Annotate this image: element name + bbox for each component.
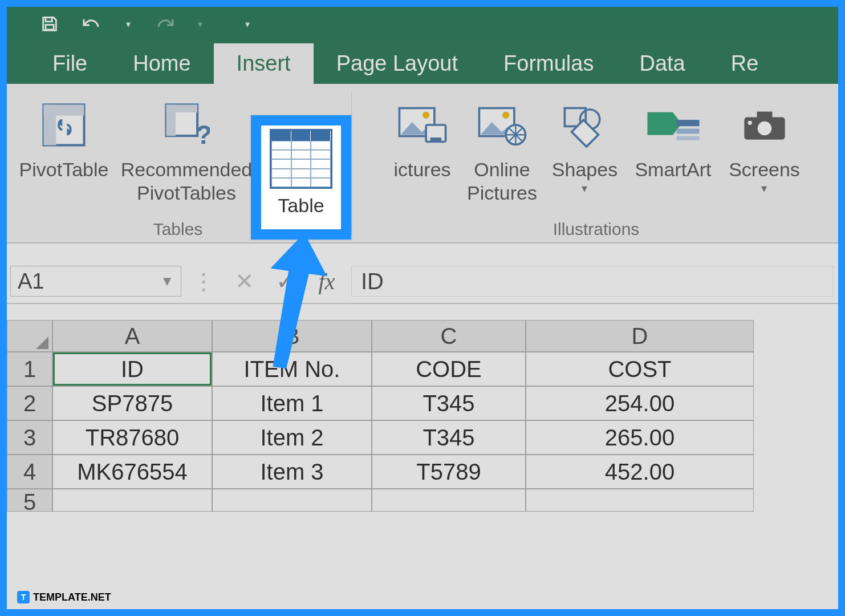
table-highlight-label: Table bbox=[278, 194, 324, 217]
redo-dropdown-icon[interactable]: ▾ bbox=[196, 13, 205, 35]
svg-point-24 bbox=[757, 121, 771, 136]
pivottable-icon bbox=[35, 96, 92, 153]
quick-access-toolbar: ▾ ▾ ▾ bbox=[7, 7, 838, 41]
undo-dropdown-icon[interactable]: ▾ bbox=[124, 13, 133, 35]
svg-rect-4 bbox=[43, 104, 84, 115]
row-header-1[interactable]: 1 bbox=[7, 352, 52, 386]
col-header-D[interactable]: D bbox=[526, 320, 754, 352]
cell-A4[interactable]: MK676554 bbox=[52, 455, 212, 489]
tab-review-partial[interactable]: Re bbox=[708, 43, 782, 84]
save-icon[interactable] bbox=[38, 13, 61, 35]
tab-page-layout[interactable]: Page Layout bbox=[314, 43, 481, 84]
cell-D2[interactable]: 254.00 bbox=[526, 386, 754, 420]
pivottable-label: PivotTable bbox=[19, 158, 109, 181]
svg-rect-18 bbox=[571, 120, 598, 147]
cell-B4[interactable]: Item 3 bbox=[212, 455, 372, 489]
template-t-icon: T bbox=[17, 591, 30, 603]
camera-icon bbox=[736, 96, 793, 153]
svg-rect-12 bbox=[430, 137, 441, 141]
row-header-4[interactable]: 4 bbox=[7, 455, 52, 489]
screenshot-button[interactable]: Screens ▾ bbox=[722, 94, 807, 197]
cell-A1[interactable]: ID bbox=[52, 352, 212, 386]
cell-C3[interactable]: T345 bbox=[372, 420, 526, 455]
cell-C4[interactable]: T5789 bbox=[372, 455, 526, 489]
row-header-3[interactable]: 3 bbox=[7, 420, 52, 455]
recommended-pivottables-button[interactable]: ? Recommended PivotTables bbox=[112, 94, 261, 207]
qat-customize-icon[interactable]: ▾ bbox=[236, 13, 259, 35]
screenshot-dropdown-icon[interactable]: ▾ bbox=[729, 181, 800, 195]
shapes-button[interactable]: Shapes ▾ bbox=[545, 94, 625, 197]
svg-point-25 bbox=[748, 121, 751, 125]
smartart-icon bbox=[645, 96, 702, 153]
svg-point-10 bbox=[422, 112, 429, 119]
ribbon-separator bbox=[351, 91, 352, 236]
pictures-button[interactable]: ictures bbox=[385, 94, 460, 184]
svg-rect-23 bbox=[757, 112, 772, 119]
svg-rect-21 bbox=[676, 136, 699, 140]
cell-D1[interactable]: COST bbox=[526, 352, 754, 386]
cell-D3[interactable]: 265.00 bbox=[526, 420, 754, 455]
pictures-icon bbox=[394, 96, 451, 153]
redo-icon[interactable] bbox=[153, 13, 176, 35]
cell-B1[interactable]: ITEM No. bbox=[212, 352, 372, 386]
fb-enter-icon[interactable]: ✓ bbox=[271, 267, 300, 295]
row-header-5[interactable]: 5 bbox=[7, 489, 52, 512]
recommended-pivottables-label: Recommended PivotTables bbox=[121, 158, 253, 205]
pivottable-button[interactable]: PivotTable bbox=[15, 94, 112, 184]
cell-D4[interactable]: 452.00 bbox=[526, 455, 754, 489]
smartart-label: SmartArt bbox=[635, 158, 711, 181]
shapes-icon bbox=[556, 96, 614, 153]
cell-C1[interactable]: CODE bbox=[372, 352, 526, 386]
watermark: T TEMPLATE.NET bbox=[17, 591, 111, 603]
formula-bar: A1 ▼ ⋮ ✕ ✓ fx ID bbox=[7, 260, 838, 304]
cell-C5[interactable] bbox=[372, 489, 526, 512]
smartart-button[interactable]: SmartArt bbox=[625, 94, 722, 184]
table-row: 2 SP7875 Item 1 T345 254.00 bbox=[7, 386, 838, 420]
cell-A3[interactable]: TR87680 bbox=[52, 420, 212, 455]
name-box[interactable]: A1 ▼ bbox=[10, 266, 181, 297]
recommended-pivottables-icon: ? bbox=[158, 96, 215, 153]
shapes-dropdown-icon[interactable]: ▾ bbox=[552, 181, 618, 195]
svg-rect-19 bbox=[676, 120, 699, 126]
online-pictures-icon bbox=[474, 96, 531, 153]
cell-A2[interactable]: SP7875 bbox=[52, 386, 212, 420]
tab-file[interactable]: File bbox=[30, 43, 110, 84]
row-header-2[interactable]: 2 bbox=[7, 386, 52, 420]
cell-B2[interactable]: Item 1 bbox=[212, 386, 372, 420]
spreadsheet-grid: A B C D 1 ID ITEM No. CODE COST 2 SP7875… bbox=[7, 320, 838, 512]
name-box-dropdown-icon[interactable]: ▼ bbox=[160, 273, 174, 289]
col-header-B[interactable]: B bbox=[212, 320, 372, 352]
ribbon: PivotTable ? Recommended PivotTables bbox=[7, 84, 838, 244]
svg-rect-7 bbox=[166, 104, 197, 112]
cell-D5[interactable] bbox=[526, 489, 754, 512]
fx-icon[interactable]: fx bbox=[312, 267, 341, 295]
col-header-C[interactable]: C bbox=[372, 320, 526, 352]
table-button-highlight: Table bbox=[251, 115, 351, 240]
col-header-A[interactable]: A bbox=[52, 320, 212, 352]
cell-B3[interactable]: Item 2 bbox=[212, 420, 372, 455]
table-row: 3 TR87680 Item 2 T345 265.00 bbox=[7, 420, 838, 455]
tab-home[interactable]: Home bbox=[110, 43, 213, 84]
tab-data[interactable]: Data bbox=[616, 43, 708, 84]
fb-more-icon[interactable]: ⋮ bbox=[189, 267, 218, 295]
online-pictures-button[interactable]: Online Pictures bbox=[460, 94, 545, 207]
table-row: 4 MK676554 Item 3 T5789 452.00 bbox=[7, 455, 838, 489]
ribbon-group-illustrations: ictures Online Pictures bbox=[354, 84, 838, 242]
cell-A5[interactable] bbox=[52, 489, 212, 512]
svg-text:?: ? bbox=[196, 120, 210, 148]
table-highlight-icon bbox=[270, 129, 332, 189]
table-row: 1 ID ITEM No. CODE COST bbox=[7, 352, 838, 386]
online-pictures-label: Online Pictures bbox=[467, 158, 537, 205]
group-label-illustrations: Illustrations bbox=[354, 220, 838, 242]
ribbon-tabs: File Home Insert Page Layout Formulas Da… bbox=[7, 41, 838, 84]
tab-formulas[interactable]: Formulas bbox=[481, 43, 616, 84]
pictures-label: ictures bbox=[393, 158, 450, 181]
select-all-corner[interactable] bbox=[7, 320, 52, 352]
tab-insert[interactable]: Insert bbox=[214, 43, 314, 84]
cell-B5[interactable] bbox=[212, 489, 372, 512]
shapes-label: Shapes ▾ bbox=[552, 158, 618, 195]
formula-input[interactable]: ID bbox=[351, 266, 834, 297]
undo-icon[interactable] bbox=[81, 13, 104, 35]
fb-cancel-icon[interactable]: ✕ bbox=[230, 267, 259, 295]
cell-C2[interactable]: T345 bbox=[372, 386, 526, 420]
